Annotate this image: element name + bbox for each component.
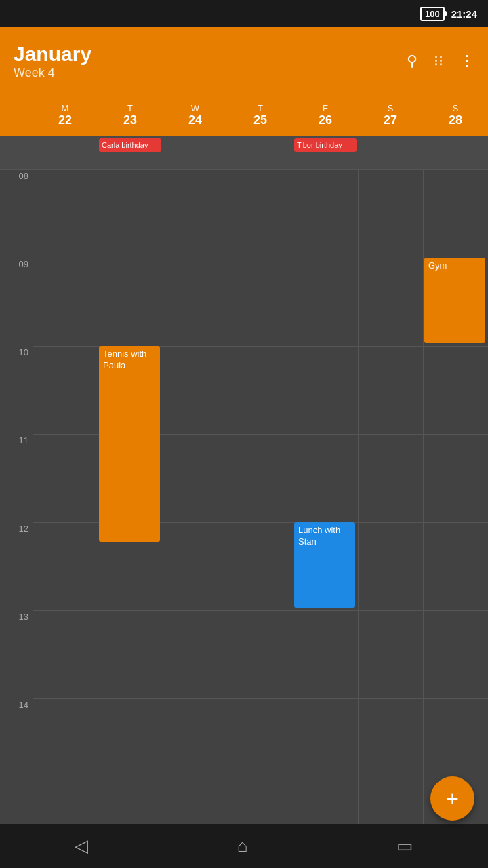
allday-cell-wed [163, 136, 228, 169]
hour-label-14: 14 [0, 698, 33, 710]
week-subtitle: Week 4 [14, 66, 407, 80]
hour-row-11: 11 [0, 434, 488, 522]
day-divider-4 [293, 170, 293, 868]
hour-row-09: 09 [0, 258, 488, 346]
hour-line-13 [33, 610, 488, 698]
grid-icon[interactable]: ⁝⁝ [434, 52, 443, 70]
allday-cell-sat [358, 136, 423, 169]
hour-line-09 [33, 258, 488, 346]
day-col-wed: W 24 [163, 95, 228, 136]
day-col-sun: S 28 [423, 95, 488, 136]
day-letter-tue: T [127, 103, 133, 113]
day-letter-sun: S [453, 103, 459, 113]
title-area: January Week 4 [14, 43, 407, 80]
carla-birthday-badge[interactable]: Carla birthday [99, 138, 161, 152]
hour-row-12: 12 [0, 522, 488, 610]
more-icon[interactable]: ⋮ [460, 52, 474, 70]
clock: 21:24 [451, 8, 477, 20]
allday-row: Carla birthday Tibor birthday [0, 136, 488, 170]
home-button[interactable]: ⌂ [237, 835, 248, 856]
allday-cell-thu [228, 136, 293, 169]
hour-label-11: 11 [0, 434, 33, 446]
day-col-sat: S 27 [358, 95, 423, 136]
day-letter-mon: M [62, 103, 69, 113]
day-divider-3 [228, 170, 228, 868]
add-icon: + [446, 788, 459, 810]
hour-label-09: 09 [0, 258, 33, 269]
day-number-sun: 28 [449, 113, 462, 127]
hour-row-10: 10 [0, 346, 488, 434]
day-number-mon: 22 [58, 113, 72, 127]
day-col-thu: T 25 [228, 95, 293, 136]
hour-label-08: 08 [0, 170, 33, 181]
recents-button[interactable]: ▭ [396, 835, 413, 856]
nav-bar: ◁ ⌂ ▭ [0, 824, 488, 868]
day-headers: M 22 T 23 W 24 T 25 F 26 S 27 S 28 [0, 95, 488, 136]
tibor-birthday-badge[interactable]: Tibor birthday [294, 138, 357, 152]
day-number-thu: 25 [253, 113, 267, 127]
month-title: January [14, 43, 407, 66]
day-col-tue: T 23 [98, 95, 163, 136]
calendar-body: 08 09 10 11 12 13 14 GymTennis with Paul… [0, 170, 488, 868]
day-number-fri: 26 [319, 113, 332, 127]
status-bar: 100 21:24 [0, 0, 488, 27]
day-number-sat: 27 [384, 113, 397, 127]
hour-row-13: 13 [0, 610, 488, 698]
hour-row-14: 14 [0, 698, 488, 787]
day-letter-fri: F [323, 103, 328, 113]
day-divider-6 [423, 170, 424, 868]
back-button[interactable]: ◁ [75, 835, 88, 856]
day-letter-thu: T [258, 103, 263, 113]
day-divider-1 [98, 170, 98, 868]
day-col-fri: F 26 [293, 95, 358, 136]
search-icon[interactable]: ⚲ [407, 52, 418, 70]
header: January Week 4 ⚲ ⁝⁝ ⋮ [0, 27, 488, 95]
day-divider-5 [358, 170, 359, 868]
event-lunch-with-stan[interactable]: Lunch with Stan [294, 522, 355, 608]
day-letter-wed: W [191, 103, 199, 113]
day-col-mon: M 22 [33, 95, 98, 136]
hour-line-14 [33, 698, 488, 787]
event-gym[interactable]: Gym [424, 258, 485, 343]
allday-cell-sun [423, 136, 488, 169]
allday-cell-tue[interactable]: Carla birthday [98, 136, 163, 169]
allday-cell-fri[interactable]: Tibor birthday [293, 136, 358, 169]
event-tennis-with-paula[interactable]: Tennis with Paula [99, 346, 160, 542]
add-event-button[interactable]: + [430, 776, 474, 821]
day-letter-sat: S [388, 103, 394, 113]
header-icons: ⚲ ⁝⁝ ⋮ [407, 52, 474, 70]
hour-label-13: 13 [0, 610, 33, 622]
day-divider-2 [163, 170, 163, 868]
hour-label-10: 10 [0, 346, 33, 357]
hour-row-08: 08 [0, 170, 488, 258]
battery-indicator: 100 [420, 7, 445, 21]
time-gutter-header [0, 95, 33, 136]
hour-line-08 [33, 170, 488, 258]
hour-label-12: 12 [0, 522, 33, 534]
day-number-wed: 24 [188, 113, 202, 127]
allday-cell-mon [33, 136, 98, 169]
day-number-tue: 23 [123, 113, 137, 127]
allday-gutter [0, 136, 33, 169]
